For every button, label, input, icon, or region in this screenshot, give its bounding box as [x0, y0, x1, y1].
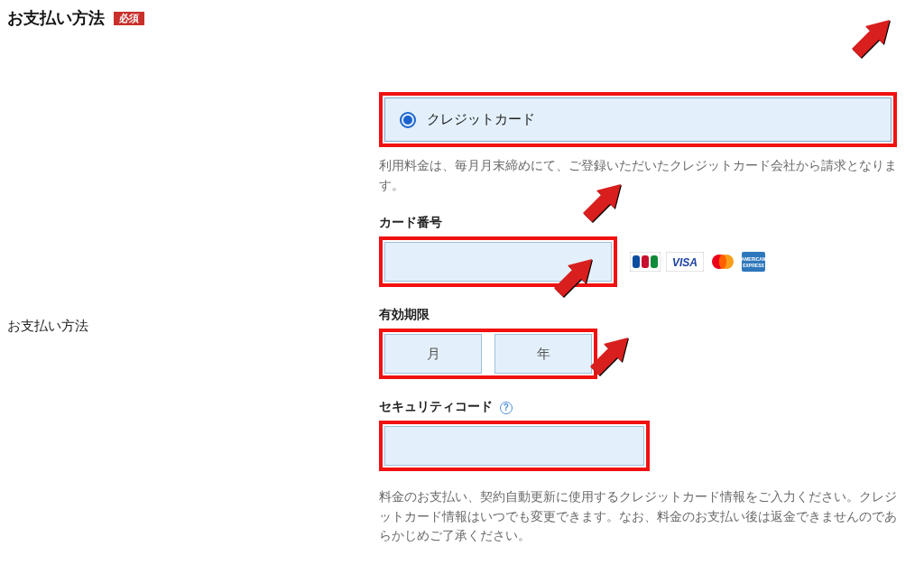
expiry-highlight: 月 年 [379, 329, 597, 379]
svg-marker-13 [583, 184, 621, 222]
credit-card-option[interactable]: クレジットカード [384, 97, 892, 142]
security-code-label: セキュリティコード ? [379, 399, 897, 415]
svg-rect-9 [742, 252, 765, 272]
svg-text:EXPRESS: EXPRESS [743, 263, 764, 268]
expiry-year-label: 年 [537, 346, 550, 363]
section-title: お支払い方法 [7, 7, 105, 29]
svg-marker-15 [590, 338, 628, 375]
expiry-label: 有効期限 [379, 307, 897, 323]
svg-rect-3 [651, 255, 658, 268]
svg-marker-14 [554, 259, 592, 297]
required-badge: 必須 [114, 12, 144, 25]
visa-icon: VISA [666, 252, 704, 272]
arrow-icon [585, 334, 630, 379]
expiry-year-input[interactable]: 年 [494, 334, 592, 374]
svg-marker-12 [852, 20, 890, 58]
svg-text:AMERICAN: AMERICAN [742, 256, 765, 262]
arrow-icon [578, 181, 623, 226]
help-icon[interactable]: ? [500, 402, 513, 414]
security-code-input[interactable] [384, 426, 644, 466]
svg-rect-2 [642, 255, 649, 268]
amex-icon: AMERICANEXPRESS [742, 252, 765, 272]
card-number-label: カード番号 [379, 215, 897, 231]
arrow-icon [549, 255, 594, 301]
left-side-label: お支払い方法 [7, 318, 379, 335]
mastercard-icon [709, 252, 736, 272]
security-code-highlight [379, 421, 650, 471]
card-brands: VISA AMERICANEXPRESS [630, 252, 765, 272]
credit-card-notice: 料金のお支払い、契約自動更新に使用するクレジットカード情報をご入力ください。クレ… [379, 487, 897, 546]
svg-point-8 [719, 255, 726, 269]
jcb-icon [630, 252, 661, 272]
credit-card-option-highlight: クレジットカード [379, 92, 897, 147]
expiry-month-label: 月 [427, 346, 440, 363]
credit-card-help-text: 利用料金は、毎月月末締めにて、ご登録いただいたクレジットカード会社から請求となり… [379, 156, 897, 195]
arrow-icon [846, 16, 892, 61]
section-header: お支払い方法 必須 [0, 0, 924, 29]
radio-selected-icon [400, 112, 416, 128]
svg-rect-1 [633, 255, 640, 268]
svg-text:VISA: VISA [672, 256, 698, 269]
credit-card-option-label: クレジットカード [427, 111, 535, 128]
security-code-label-text: セキュリティコード [379, 400, 493, 413]
expiry-month-input[interactable]: 月 [384, 334, 482, 374]
